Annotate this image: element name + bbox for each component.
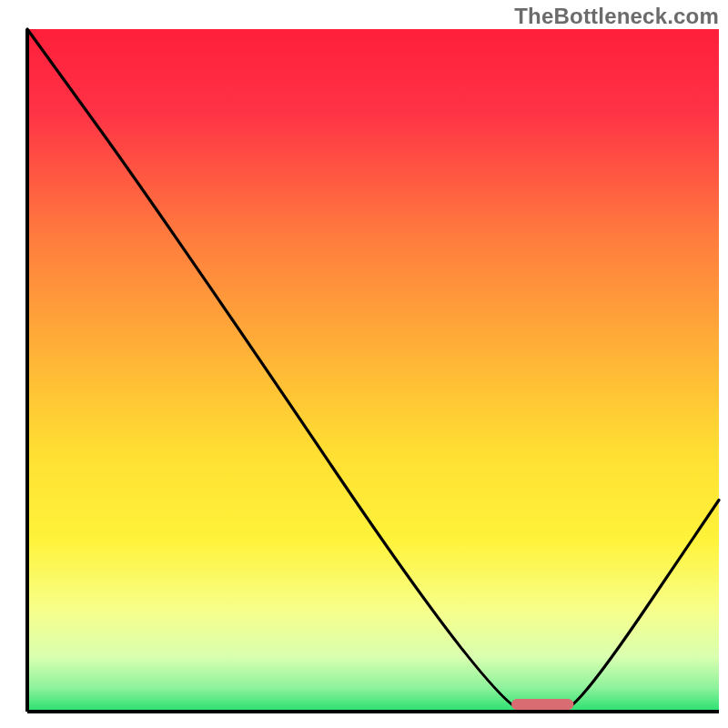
optimal-range-marker [511, 699, 573, 710]
chart-svg [0, 0, 728, 728]
gradient-background [27, 29, 719, 712]
bottleneck-chart: TheBottleneck.com [0, 0, 728, 728]
